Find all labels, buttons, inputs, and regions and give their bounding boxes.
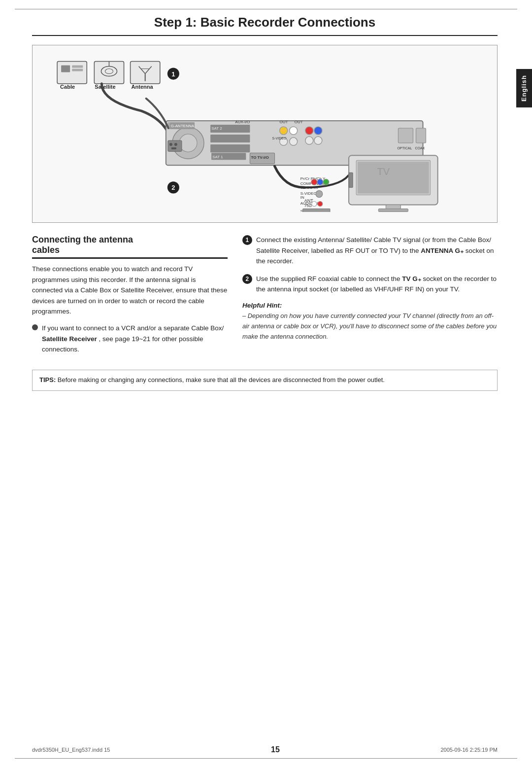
cable-label: Cable [60, 84, 75, 90]
antenna-label: Antenna [132, 84, 154, 90]
svg-rect-0 [57, 62, 87, 84]
svg-rect-42 [416, 128, 426, 143]
step-2: 2 Use the supplied RF coaxial cable to c… [242, 274, 498, 295]
svg-rect-3 [72, 69, 83, 71]
svg-point-68 [311, 179, 317, 185]
svg-text:TO TV-I/O: TO TV-I/O [251, 155, 268, 160]
svg-text:S-VIDEO: S-VIDEO [272, 137, 287, 140]
two-col-layout: Connecting the antenna cables These conn… [32, 235, 498, 360]
step-1-text: Connect the existing Antenna/ Satellite/… [256, 235, 498, 267]
svg-rect-40 [398, 128, 413, 143]
svg-rect-1 [61, 66, 70, 72]
svg-point-21 [169, 143, 172, 146]
page-title: Step 1: Basic Recorder Connections [32, 15, 498, 36]
svg-point-36 [305, 127, 313, 135]
svg-point-34 [290, 138, 298, 145]
svg-text:2: 2 [171, 184, 175, 191]
svg-text:IN: IN [300, 195, 304, 200]
svg-point-71 [316, 190, 323, 197]
english-tab: English [516, 69, 532, 107]
svg-point-72 [312, 201, 317, 206]
svg-rect-2 [72, 66, 83, 68]
svg-rect-20 [168, 140, 182, 151]
helpful-hint: Helpful Hint: – Depending on how you hav… [242, 302, 498, 342]
bullet-dot [32, 324, 38, 330]
step-num-1: 1 [242, 235, 252, 245]
svg-text:OPTICAL: OPTICAL [397, 146, 412, 150]
svg-rect-26 [210, 144, 250, 152]
col-right: 1 Connect the existing Antenna/ Satellit… [242, 235, 498, 360]
svg-rect-56 [378, 209, 408, 212]
svg-text:VIDEO IN: VIDEO IN [300, 185, 318, 190]
svg-point-22 [174, 143, 177, 146]
svg-rect-58 [349, 173, 353, 187]
diagram-area: Cable Satellite Antenna 1 [32, 45, 498, 223]
svg-point-39 [314, 137, 322, 144]
tips-box: TIPS: Before making or changing any conn… [32, 370, 498, 391]
svg-rect-54 [358, 162, 429, 193]
svg-point-31 [280, 127, 288, 135]
svg-point-73 [318, 201, 323, 206]
svg-rect-23 [171, 147, 176, 149]
svg-text:COAX: COAX [415, 146, 425, 150]
svg-text:SAT 2: SAT 2 [211, 126, 222, 131]
page-footer: dvdr5350H_EU_Eng537.indd 15 15 2005-09-1… [32, 745, 498, 754]
svg-text:OUT: OUT [295, 120, 303, 124]
svg-point-32 [290, 127, 298, 135]
col-left: Connecting the antenna cables These conn… [32, 235, 228, 360]
svg-text:OUT: OUT [280, 120, 288, 124]
diagram-svg: Cable Satellite Antenna 1 [42, 54, 487, 212]
body-text: These connections enable you to watch an… [32, 264, 228, 317]
bullet-item: If you want to connect to a VCR and/or a… [32, 323, 228, 355]
svg-rect-25 [210, 135, 250, 142]
svg-rect-74 [303, 209, 330, 212]
section-heading: Connecting the antenna cables [32, 235, 228, 259]
page-border-top [15, 9, 517, 10]
bullet-text: If you want to connect to a VCR and/or a… [42, 323, 228, 355]
svg-text:1: 1 [171, 70, 175, 78]
step-1: 1 Connect the existing Antenna/ Satellit… [242, 235, 498, 267]
footer-right: 2005-09-16 2:25:19 PM [440, 747, 498, 753]
step-2-text: Use the supplied RF coaxial cable to con… [256, 274, 498, 295]
step-num-2: 2 [242, 274, 252, 284]
helpful-hint-title: Helpful Hint: [242, 302, 498, 309]
svg-point-69 [317, 179, 323, 185]
satellite-label: Satellite [95, 84, 115, 90]
page-border-bottom [15, 758, 517, 759]
helpful-hint-text: – Depending on how you have currently co… [242, 311, 498, 342]
page-number: 15 [271, 745, 280, 754]
svg-text:TV: TV [377, 166, 390, 177]
svg-text:G-ANTENNA: G-ANTENNA [171, 124, 195, 128]
tips-text: Before making or changing any connection… [58, 376, 385, 384]
svg-text:SAT 1: SAT 1 [212, 155, 223, 159]
svg-point-38 [305, 137, 313, 144]
svg-point-37 [314, 127, 322, 135]
tips-bold: TIPS: [39, 376, 56, 384]
footer-left: dvdr5350H_EU_Eng537.indd 15 [32, 747, 110, 753]
svg-text:AUX-I/O: AUX-I/O [235, 120, 250, 124]
svg-point-70 [323, 179, 329, 185]
